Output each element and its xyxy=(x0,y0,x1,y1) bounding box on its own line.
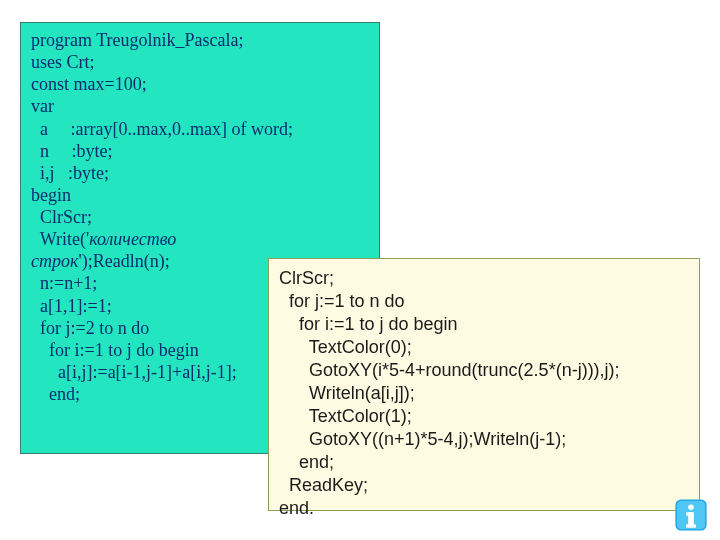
code-line: TextColor(0); xyxy=(279,336,689,359)
code-line: n :byte; xyxy=(31,140,369,162)
code-line: const max=100; xyxy=(31,73,369,95)
code-line: uses Crt; xyxy=(31,51,369,73)
code-line: end; xyxy=(279,451,689,474)
svg-rect-5 xyxy=(686,524,696,528)
code-box-2: ClrScr; for j:=1 to n do for i:=1 to j d… xyxy=(268,258,700,511)
code-line: TextColor(1); xyxy=(279,405,689,428)
code-line: for j:=1 to n do xyxy=(279,290,689,313)
code-line: Writeln(a[i,j]); xyxy=(279,382,689,405)
code-line: begin xyxy=(31,184,369,206)
code-line: a :array[0..max,0..max] of word; xyxy=(31,118,369,140)
code-line: program Treugolnik_Pascala; xyxy=(31,29,369,51)
code-line: ClrScr; xyxy=(279,267,689,290)
code-line: GotoXY(i*5-4+round(trunc(2.5*(n-j))),j); xyxy=(279,359,689,382)
code-line: GotoXY((n+1)*5-4,j);Writeln(j-1); xyxy=(279,428,689,451)
code-line: end. xyxy=(279,497,689,520)
code-line: for i:=1 to j do begin xyxy=(279,313,689,336)
code-line: var xyxy=(31,95,369,117)
svg-rect-4 xyxy=(686,512,694,516)
svg-point-2 xyxy=(688,504,694,510)
code-line: ClrScr; xyxy=(31,206,369,228)
info-icon[interactable] xyxy=(674,498,708,532)
code-line: ReadKey; xyxy=(279,474,689,497)
code-line: Write('количество xyxy=(31,228,369,250)
code-line: i,j :byte; xyxy=(31,162,369,184)
